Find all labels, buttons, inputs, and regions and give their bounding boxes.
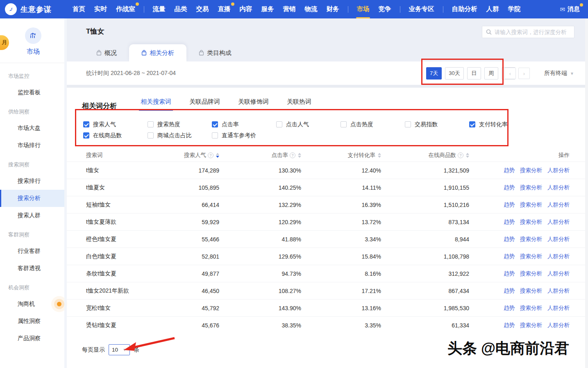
- metric-checkbox-支付转化率[interactable]: 支付转化率: [469, 121, 534, 128]
- nav-item-作战室[interactable]: 作战室: [111, 0, 140, 18]
- related-tab-相关搜索词[interactable]: 相关搜索词: [141, 98, 171, 111]
- action-link-搜索分析[interactable]: 搜索分析: [520, 270, 542, 277]
- action-link-人群分析[interactable]: 人群分析: [547, 184, 570, 191]
- terminal-dropdown[interactable]: 所有终端 ▼: [544, 70, 574, 77]
- action-link-人群分析[interactable]: 人群分析: [547, 236, 570, 243]
- action-link-趋势[interactable]: 趋势: [504, 201, 515, 209]
- action-link-人群分析[interactable]: 人群分析: [547, 218, 570, 226]
- action-link-趋势[interactable]: 趋势: [504, 218, 515, 226]
- action-link-人群分析[interactable]: 人群分析: [547, 304, 570, 312]
- prev-date-button[interactable]: ‹: [504, 68, 516, 79]
- action-link-人群分析[interactable]: 人群分析: [547, 167, 570, 174]
- sidebar-item-搜索人群[interactable]: 搜索人群: [0, 207, 66, 224]
- sidebar-item-产品洞察[interactable]: 产品洞察: [0, 330, 66, 347]
- window-scrollbar[interactable]: [585, 18, 588, 368]
- checkbox-checked-icon[interactable]: [212, 121, 218, 127]
- sidebar-item-淘商机[interactable]: 淘商机: [0, 295, 66, 313]
- tab-相关分析[interactable]: 相关分析: [129, 44, 186, 61]
- checkbox-icon[interactable]: [405, 121, 411, 127]
- nav-item-市场[interactable]: 市场: [352, 0, 374, 18]
- sort-icon[interactable]: [466, 153, 469, 158]
- period-button-30天[interactable]: 30天: [445, 67, 463, 80]
- checkbox-icon[interactable]: [341, 121, 347, 127]
- checkbox-icon[interactable]: [212, 132, 218, 139]
- metric-checkbox-点击率[interactable]: 点击率: [212, 121, 276, 128]
- nav-item-物流[interactable]: 物流: [300, 0, 322, 18]
- tab-概况[interactable]: 概况: [84, 44, 129, 61]
- action-link-人群分析[interactable]: 人群分析: [547, 253, 570, 260]
- help-icon[interactable]: ?: [458, 152, 463, 158]
- metric-checkbox-交易指数[interactable]: 交易指数: [405, 121, 469, 128]
- metric-checkbox-直通车参考价[interactable]: 直通车参考价: [212, 132, 276, 139]
- action-link-趋势[interactable]: 趋势: [504, 322, 515, 329]
- page-size-select[interactable]: 10 ▼: [109, 344, 130, 355]
- nav-item-内容[interactable]: 内容: [235, 0, 257, 18]
- related-tab-关联热词[interactable]: 关联热词: [287, 98, 311, 111]
- nav-item-竞争[interactable]: 竞争: [374, 0, 396, 18]
- related-tab-关联修饰词[interactable]: 关联修饰词: [238, 98, 269, 111]
- sort-icon[interactable]: [216, 153, 219, 158]
- action-link-搜索分析[interactable]: 搜索分析: [520, 253, 542, 260]
- action-link-搜索分析[interactable]: 搜索分析: [520, 201, 542, 209]
- checkbox-icon[interactable]: [148, 132, 154, 139]
- sort-icon[interactable]: [298, 153, 301, 158]
- action-link-趋势[interactable]: 趋势: [504, 167, 515, 174]
- action-link-搜索分析[interactable]: 搜索分析: [520, 304, 542, 312]
- checkbox-icon[interactable]: [276, 121, 282, 127]
- action-link-趋势[interactable]: 趋势: [504, 236, 515, 243]
- metric-checkbox-商城点击占比[interactable]: 商城点击占比: [148, 132, 212, 139]
- metric-checkbox-在线商品数[interactable]: 在线商品数: [83, 132, 148, 139]
- checkbox-checked-icon[interactable]: [469, 121, 475, 127]
- checkbox-checked-icon[interactable]: [83, 121, 89, 127]
- nav-item-业务专区[interactable]: 业务专区: [404, 0, 439, 18]
- related-tab-关联品牌词[interactable]: 关联品牌词: [189, 98, 220, 111]
- checkbox-checked-icon[interactable]: [83, 132, 89, 139]
- nav-item-首页[interactable]: 首页: [68, 0, 90, 18]
- next-date-button[interactable]: ›: [518, 68, 530, 79]
- nav-item-财务[interactable]: 财务: [322, 0, 344, 18]
- nav-item-服务[interactable]: 服务: [257, 0, 279, 18]
- action-link-搜索分析[interactable]: 搜索分析: [520, 287, 542, 295]
- nav-item-人群[interactable]: 人群: [482, 0, 504, 18]
- action-link-趋势[interactable]: 趋势: [504, 287, 515, 295]
- action-link-人群分析[interactable]: 人群分析: [547, 322, 570, 329]
- nav-item-流量[interactable]: 流量: [148, 0, 170, 18]
- nav-item-自助分析[interactable]: 自助分析: [447, 0, 482, 18]
- search-input[interactable]: [495, 29, 570, 35]
- action-link-趋势[interactable]: 趋势: [504, 184, 515, 191]
- nav-item-学院[interactable]: 学院: [504, 0, 525, 18]
- action-link-人群分析[interactable]: 人群分析: [547, 270, 570, 277]
- nav-item-营销[interactable]: 营销: [279, 0, 300, 18]
- sidebar-item-市场大盘[interactable]: 市场大盘: [0, 120, 66, 137]
- sidebar-item-监控看板[interactable]: 监控看板: [0, 84, 66, 101]
- sidebar-item-客群透视[interactable]: 客群透视: [0, 260, 66, 277]
- action-link-搜索分析[interactable]: 搜索分析: [520, 218, 542, 226]
- action-link-趋势[interactable]: 趋势: [504, 270, 515, 277]
- message-button[interactable]: ✉ 消息: [560, 5, 580, 13]
- nav-item-交易[interactable]: 交易: [192, 0, 213, 18]
- metric-checkbox-搜索人气[interactable]: 搜索人气: [83, 121, 148, 128]
- action-link-搜索分析[interactable]: 搜索分析: [520, 167, 542, 174]
- app-logo[interactable]: 生意参谋: [5, 3, 52, 15]
- period-button-日[interactable]: 日: [467, 67, 481, 80]
- action-link-搜索分析[interactable]: 搜索分析: [520, 236, 542, 243]
- sort-icon[interactable]: [378, 153, 381, 158]
- nav-item-直播[interactable]: 直播: [213, 0, 235, 18]
- action-link-人群分析[interactable]: 人群分析: [547, 287, 570, 295]
- sidebar-item-搜索排行[interactable]: 搜索排行: [0, 173, 66, 190]
- action-link-趋势[interactable]: 趋势: [504, 304, 515, 312]
- action-link-趋势[interactable]: 趋势: [504, 253, 515, 260]
- sidebar-scrollbar[interactable]: [64, 18, 67, 368]
- action-link-搜索分析[interactable]: 搜索分析: [520, 322, 542, 329]
- action-link-搜索分析[interactable]: 搜索分析: [520, 184, 542, 191]
- sidebar-item-搜索分析[interactable]: 搜索分析: [0, 190, 66, 207]
- period-button-周[interactable]: 周: [484, 67, 498, 80]
- sidebar-item-行业客群[interactable]: 行业客群: [0, 243, 66, 260]
- help-icon[interactable]: ?: [290, 152, 295, 158]
- metric-checkbox-点击热度[interactable]: 点击热度: [341, 121, 405, 128]
- help-icon[interactable]: ?: [208, 152, 213, 158]
- checkbox-icon[interactable]: [148, 121, 154, 127]
- metric-checkbox-搜索热度[interactable]: 搜索热度: [148, 121, 212, 128]
- nav-item-品类[interactable]: 品类: [170, 0, 192, 18]
- action-link-人群分析[interactable]: 人群分析: [547, 201, 570, 209]
